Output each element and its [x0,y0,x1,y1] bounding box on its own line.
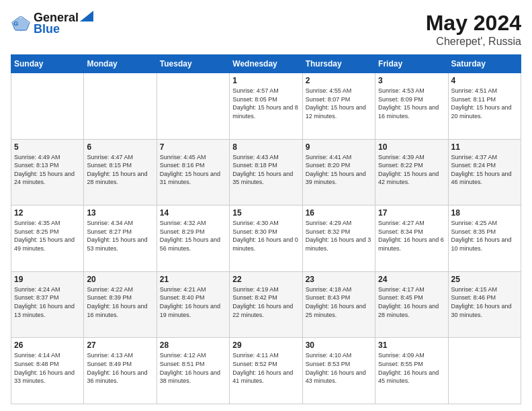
day-number: 10 [378,142,445,152]
cell-1-4: 9Sunrise: 4:41 AM Sunset: 8:20 PM Daylig… [302,139,375,205]
week-row-4: 19Sunrise: 4:24 AM Sunset: 8:37 PM Dayli… [11,271,521,338]
logo-icon: G [11,13,31,34]
header: G General Blue May 2024 Cherepet', Russi… [11,11,521,48]
cell-info: Sunrise: 4:11 AM Sunset: 8:52 PM Dayligh… [232,351,299,385]
cell-info: Sunrise: 4:13 AM Sunset: 8:49 PM Dayligh… [87,351,153,385]
cell-4-4: 30Sunrise: 4:10 AM Sunset: 8:53 PM Dayli… [302,338,375,404]
cell-info: Sunrise: 4:35 AM Sunset: 8:25 PM Dayligh… [14,219,81,253]
cell-info: Sunrise: 4:51 AM Sunset: 8:11 PM Dayligh… [451,87,518,120]
cell-info: Sunrise: 4:34 AM Sunset: 8:27 PM Dayligh… [87,219,153,253]
col-tuesday: Tuesday [157,55,229,73]
cell-0-1 [84,73,157,140]
cell-info: Sunrise: 4:30 AM Sunset: 8:30 PM Dayligh… [232,219,299,253]
cell-info: Sunrise: 4:25 AM Sunset: 8:35 PM Dayligh… [451,219,518,253]
cell-info: Sunrise: 4:12 AM Sunset: 8:51 PM Dayligh… [160,351,226,385]
cell-4-0: 26Sunrise: 4:14 AM Sunset: 8:48 PM Dayli… [11,338,84,404]
calendar-header-row: Sunday Monday Tuesday Wednesday Thursday… [11,55,521,73]
cell-2-3: 15Sunrise: 4:30 AM Sunset: 8:30 PM Dayli… [230,205,302,272]
day-number: 28 [160,340,226,350]
cell-info: Sunrise: 4:27 AM Sunset: 8:34 PM Dayligh… [378,219,445,253]
cell-info: Sunrise: 4:45 AM Sunset: 8:16 PM Dayligh… [160,153,226,187]
day-number: 24 [378,275,445,284]
cell-info: Sunrise: 4:49 AM Sunset: 8:13 PM Dayligh… [14,153,81,187]
cell-info: Sunrise: 4:53 AM Sunset: 8:09 PM Dayligh… [378,87,445,120]
cell-4-2: 28Sunrise: 4:12 AM Sunset: 8:51 PM Dayli… [157,338,229,404]
cell-3-0: 19Sunrise: 4:24 AM Sunset: 8:37 PM Dayli… [11,271,84,338]
cell-4-1: 27Sunrise: 4:13 AM Sunset: 8:49 PM Dayli… [84,338,157,404]
cell-1-3: 8Sunrise: 4:43 AM Sunset: 8:18 PM Daylig… [230,139,302,205]
day-number: 26 [14,340,81,350]
location: Cherepet', Russia [426,36,521,48]
cell-3-1: 20Sunrise: 4:22 AM Sunset: 8:39 PM Dayli… [84,271,157,338]
day-number: 1 [232,76,299,85]
day-number: 27 [87,340,153,350]
day-number: 29 [232,340,299,350]
calendar-table: Sunday Monday Tuesday Wednesday Thursday… [11,54,521,404]
svg-marker-5 [80,11,93,21]
cell-0-4: 2Sunrise: 4:55 AM Sunset: 8:07 PM Daylig… [302,73,375,140]
week-row-1: 1Sunrise: 4:57 AM Sunset: 8:05 PM Daylig… [11,73,521,140]
col-sunday: Sunday [11,55,84,73]
cell-1-6: 11Sunrise: 4:37 AM Sunset: 8:24 PM Dayli… [448,139,521,205]
cell-0-3: 1Sunrise: 4:57 AM Sunset: 8:05 PM Daylig… [230,73,302,140]
day-number: 25 [451,275,518,284]
week-row-2: 5Sunrise: 4:49 AM Sunset: 8:13 PM Daylig… [11,139,521,205]
cell-info: Sunrise: 4:19 AM Sunset: 8:42 PM Dayligh… [232,285,299,319]
cell-info: Sunrise: 4:37 AM Sunset: 8:24 PM Dayligh… [451,153,518,187]
logo: G General Blue [11,11,93,36]
cell-info: Sunrise: 4:09 AM Sunset: 8:55 PM Dayligh… [378,351,445,385]
col-wednesday: Wednesday [230,55,302,73]
day-number: 23 [306,275,372,284]
col-monday: Monday [84,55,157,73]
cell-info: Sunrise: 4:57 AM Sunset: 8:05 PM Dayligh… [232,87,299,120]
month-year: May 2024 [426,11,521,36]
day-number: 30 [306,340,372,350]
cell-info: Sunrise: 4:21 AM Sunset: 8:40 PM Dayligh… [160,285,226,319]
cell-3-6: 25Sunrise: 4:15 AM Sunset: 8:46 PM Dayli… [448,271,521,338]
cell-1-0: 5Sunrise: 4:49 AM Sunset: 8:13 PM Daylig… [11,139,84,205]
day-number: 9 [306,142,372,152]
day-number: 3 [378,76,445,85]
cell-0-2 [157,73,229,140]
cell-3-3: 22Sunrise: 4:19 AM Sunset: 8:42 PM Dayli… [230,271,302,338]
title-block: May 2024 Cherepet', Russia [426,11,521,48]
cell-2-6: 18Sunrise: 4:25 AM Sunset: 8:35 PM Dayli… [448,205,521,272]
col-thursday: Thursday [302,55,375,73]
logo-triangle [80,11,93,21]
day-number: 31 [378,340,445,350]
cell-3-5: 24Sunrise: 4:17 AM Sunset: 8:45 PM Dayli… [375,271,448,338]
day-number: 8 [232,142,299,152]
cell-1-5: 10Sunrise: 4:39 AM Sunset: 8:22 PM Dayli… [375,139,448,205]
day-number: 5 [14,142,81,152]
cell-3-4: 23Sunrise: 4:18 AM Sunset: 8:43 PM Dayli… [302,271,375,338]
day-number: 18 [451,208,518,218]
day-number: 6 [87,142,153,152]
cell-info: Sunrise: 4:10 AM Sunset: 8:53 PM Dayligh… [306,351,372,385]
cell-4-5: 31Sunrise: 4:09 AM Sunset: 8:55 PM Dayli… [375,338,448,404]
cell-1-2: 7Sunrise: 4:45 AM Sunset: 8:16 PM Daylig… [157,139,229,205]
cell-0-6: 4Sunrise: 4:51 AM Sunset: 8:11 PM Daylig… [448,73,521,140]
cell-info: Sunrise: 4:17 AM Sunset: 8:45 PM Dayligh… [378,285,445,319]
cell-4-6 [448,338,521,404]
day-number: 11 [451,142,518,152]
cell-2-1: 13Sunrise: 4:34 AM Sunset: 8:27 PM Dayli… [84,205,157,272]
cell-info: Sunrise: 4:18 AM Sunset: 8:43 PM Dayligh… [306,285,372,319]
cell-0-0 [11,73,84,140]
cell-2-2: 14Sunrise: 4:32 AM Sunset: 8:29 PM Dayli… [157,205,229,272]
day-number: 17 [378,208,445,218]
day-number: 12 [14,208,81,218]
day-number: 21 [160,275,226,284]
day-number: 22 [232,275,299,284]
page: G General Blue May 2024 Cherepet', Russi… [0,0,532,411]
day-number: 20 [87,275,153,284]
cell-info: Sunrise: 4:47 AM Sunset: 8:15 PM Dayligh… [87,153,153,187]
day-number: 13 [87,208,153,218]
day-number: 7 [160,142,226,152]
cell-3-2: 21Sunrise: 4:21 AM Sunset: 8:40 PM Dayli… [157,271,229,338]
cell-info: Sunrise: 4:32 AM Sunset: 8:29 PM Dayligh… [160,219,226,253]
day-number: 2 [306,76,372,85]
cell-4-3: 29Sunrise: 4:11 AM Sunset: 8:52 PM Dayli… [230,338,302,404]
cell-info: Sunrise: 4:55 AM Sunset: 8:07 PM Dayligh… [306,87,372,120]
cell-1-1: 6Sunrise: 4:47 AM Sunset: 8:15 PM Daylig… [84,139,157,205]
cell-info: Sunrise: 4:22 AM Sunset: 8:39 PM Dayligh… [87,285,153,319]
